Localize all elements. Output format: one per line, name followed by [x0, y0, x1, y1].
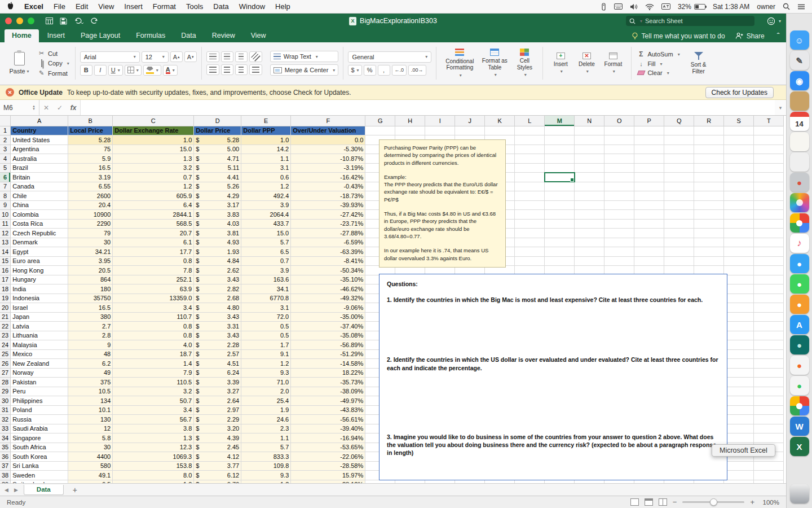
cell-R13[interactable] — [694, 238, 724, 247]
cell-B6[interactable]: 3.19 — [68, 173, 113, 182]
cell-R9[interactable] — [694, 200, 724, 210]
cell-B11[interactable]: 2290 — [68, 219, 113, 229]
zoom-slider-knob[interactable] — [710, 498, 717, 506]
cell-B21[interactable]: 380 — [68, 312, 113, 322]
cell-O4[interactable] — [604, 154, 634, 164]
cell-A31[interactable]: Poland — [11, 405, 68, 415]
cell-P4[interactable] — [634, 154, 664, 164]
tab-data[interactable]: Data — [174, 29, 203, 42]
cell-M1[interactable] — [545, 126, 575, 135]
dock-icon-safari[interactable]: ◉ — [790, 71, 809, 90]
cell-S15[interactable] — [724, 256, 754, 266]
cell-T19[interactable] — [754, 294, 784, 303]
cell-L9[interactable] — [515, 200, 545, 210]
cell-T33[interactable] — [754, 424, 784, 433]
cell-R3[interactable] — [694, 144, 724, 154]
cell-D1[interactable]: Dollar Price — [194, 126, 241, 135]
cell-A8[interactable]: Chile — [11, 191, 68, 201]
cell-A21[interactable]: Japan — [11, 312, 68, 322]
align-center-button[interactable] — [221, 51, 233, 62]
shrink-font-button[interactable]: A▾ — [184, 51, 197, 62]
row-header-9[interactable]: 9 — [0, 200, 11, 210]
cell-F30[interactable]: -49.97% — [291, 396, 365, 406]
cell-E34[interactable]: 1.1 — [241, 433, 291, 443]
selected-cell-M6[interactable] — [545, 173, 575, 182]
row-header-29[interactable]: 29 — [0, 387, 11, 396]
cell-A11[interactable]: Costa Rica — [11, 219, 68, 229]
cell-E3[interactable]: 14.2 — [241, 144, 291, 154]
cut-button[interactable]: ✂Cut — [37, 49, 70, 58]
cell-C16[interactable]: 7.8 — [113, 266, 194, 275]
autosum-button[interactable]: ΣAutoSum▾ — [636, 50, 681, 59]
cell-D8[interactable]: $4.29 — [194, 191, 241, 201]
col-header-T[interactable]: T — [754, 116, 784, 126]
name-box-stepper[interactable]: ▲▼ — [32, 105, 36, 111]
cell-N8[interactable] — [575, 191, 604, 201]
tab-review[interactable]: Review — [205, 29, 242, 42]
cell-P8[interactable] — [634, 191, 664, 201]
cell-D37[interactable]: $3.77 — [194, 461, 241, 471]
cell-E16[interactable]: 3.9 — [241, 266, 291, 275]
cell-B33[interactable]: 12 — [68, 424, 113, 433]
close-window-button[interactable] — [5, 17, 12, 24]
cell-S3[interactable] — [724, 144, 754, 154]
cell-E7[interactable]: 1.2 — [241, 182, 291, 191]
cell-A36[interactable]: South Korea — [11, 452, 68, 462]
menu-item-insert[interactable]: Insert — [124, 2, 143, 11]
orientation-button[interactable] — [249, 51, 262, 62]
dock-icon-green-circle-app[interactable]: ● — [790, 376, 809, 395]
cell-Q10[interactable] — [664, 210, 694, 220]
format-cells-button[interactable]: Format ▾ — [599, 51, 626, 76]
cell-R8[interactable] — [694, 191, 724, 201]
cell-S9[interactable] — [724, 200, 754, 210]
cell-E13[interactable]: 5.7 — [241, 238, 291, 247]
dock-icon-chrome[interactable] — [790, 396, 809, 415]
cell-F13[interactable]: -6.59% — [291, 238, 365, 247]
cell-E17[interactable]: 163.6 — [241, 275, 291, 284]
cell-S28[interactable] — [724, 378, 754, 387]
normal-view-icon[interactable] — [630, 498, 639, 506]
row-header-3[interactable]: 3 — [0, 144, 11, 154]
cell-N12[interactable] — [575, 229, 604, 238]
font-name-select[interactable]: Arial▾ — [80, 51, 140, 63]
align-middle-button[interactable] — [221, 64, 233, 75]
input-source-icon[interactable] — [661, 3, 670, 10]
cell-E33[interactable]: 2.3 — [241, 424, 291, 433]
row-header-25[interactable]: 25 — [0, 349, 11, 359]
cell-S5[interactable] — [724, 163, 754, 173]
wrap-text-button[interactable]: Wrap Text▾ — [270, 51, 339, 62]
cell-F8[interactable]: -18.73% — [291, 191, 365, 201]
cell-A2[interactable]: United States — [11, 135, 68, 145]
cell-F6[interactable]: -16.42% — [291, 173, 365, 182]
cell-T7[interactable] — [754, 182, 784, 191]
cell-F9[interactable]: -39.93% — [291, 200, 365, 210]
row-header-20[interactable]: 20 — [0, 303, 11, 313]
cell-Q15[interactable] — [664, 256, 694, 266]
cell-F37[interactable]: -28.58% — [291, 461, 365, 471]
cell-Q1[interactable] — [664, 126, 694, 135]
cell-C28[interactable]: 110.5 — [113, 378, 194, 387]
check-for-updates-button[interactable]: Check for Updates — [705, 87, 774, 98]
cell-Q8[interactable] — [664, 191, 694, 201]
cell-S8[interactable] — [724, 191, 754, 201]
cell-S18[interactable] — [724, 284, 754, 294]
cell-N7[interactable] — [575, 182, 604, 191]
cell-Q11[interactable] — [664, 219, 694, 229]
cell-S12[interactable] — [724, 229, 754, 238]
cell-A4[interactable]: Australia — [11, 154, 68, 164]
cell-M10[interactable] — [545, 210, 575, 220]
col-header-B[interactable]: B — [68, 116, 113, 126]
cell-D13[interactable]: $4.93 — [194, 238, 241, 247]
cell-T24[interactable] — [754, 340, 784, 350]
cell-S20[interactable] — [724, 303, 754, 313]
cell-B29[interactable]: 10.5 — [68, 387, 113, 396]
cell-M11[interactable] — [545, 219, 575, 229]
cell-L5[interactable] — [515, 163, 545, 173]
col-header-G[interactable]: G — [365, 116, 395, 126]
cell-Q7[interactable] — [664, 182, 694, 191]
spotlight-icon[interactable] — [783, 3, 790, 10]
tab-page-layout[interactable]: Page Layout — [73, 29, 127, 42]
cell-B36[interactable]: 4400 — [68, 452, 113, 462]
row-header-18[interactable]: 18 — [0, 284, 11, 294]
cell-A23[interactable]: Lithuania — [11, 331, 68, 340]
